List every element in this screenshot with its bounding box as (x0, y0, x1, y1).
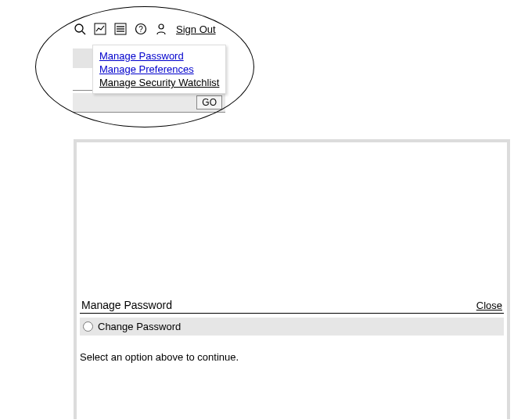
go-row: GO (73, 93, 225, 113)
search-icon[interactable] (73, 22, 87, 36)
top-toolbar-area: ? Sign Out Manage Password Manage Prefer… (73, 21, 226, 89)
user-icon[interactable] (154, 22, 168, 36)
chart-icon[interactable] (93, 22, 107, 36)
svg-line-1 (82, 31, 85, 34)
menu-item-manage-password[interactable]: Manage Password (99, 49, 219, 63)
svg-point-0 (75, 24, 83, 32)
option-row: Change Password (80, 318, 504, 336)
close-link[interactable]: Close (476, 300, 502, 311)
panel-inner: Manage Password Close Change Password Se… (77, 142, 507, 416)
user-dropdown-menu: Manage Password Manage Preferences Manag… (92, 45, 226, 94)
toolbar: ? Sign Out (73, 21, 226, 37)
panel-header: Manage Password Close (80, 299, 504, 314)
svg-text:?: ? (138, 25, 143, 34)
sign-out-link[interactable]: Sign Out (176, 23, 216, 35)
change-password-radio[interactable] (83, 321, 93, 332)
go-button[interactable]: GO (196, 95, 222, 109)
menu-item-manage-security-watchlist[interactable]: Manage Security Watchlist (99, 76, 219, 89)
blank-area (77, 142, 507, 299)
dropdown-area: Manage Password Manage Preferences Manag… (73, 45, 226, 89)
manage-password-panel: Manage Password Close Change Password Se… (74, 139, 510, 419)
help-icon[interactable]: ? (134, 22, 148, 36)
menu-item-manage-preferences[interactable]: Manage Preferences (99, 63, 219, 76)
hint-text: Select an option above to continue. (80, 351, 504, 363)
panel-title: Manage Password (81, 299, 172, 311)
svg-point-9 (159, 24, 164, 29)
grey-strip (73, 48, 92, 68)
change-password-label: Change Password (98, 321, 181, 332)
menu-icon[interactable] (113, 22, 128, 36)
